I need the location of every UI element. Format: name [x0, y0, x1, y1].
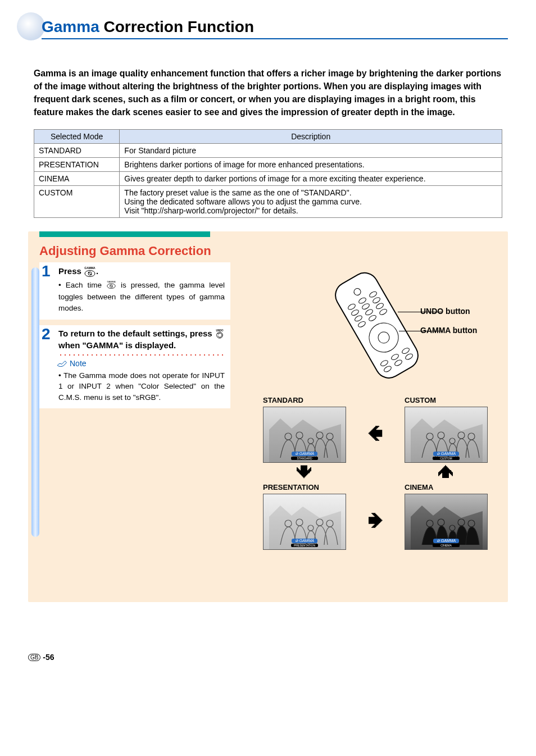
instruction-panel: Adjusting Gamma Correction 1 Press GAMMA… [28, 231, 508, 602]
osd-gamma-tag: ⊘ GAMMASTANDARD [264, 452, 346, 460]
mode-desc: Gives greater depth to darker portions o… [120, 171, 502, 185]
osd-gamma-tag: ⊘ GAMMAPRESENTATION [264, 539, 346, 547]
gamma-button-icon: GAMMA [106, 280, 116, 292]
mode-name: CINEMA [34, 171, 120, 185]
mode-sample-custom: CUSTOM ⊘ GAMMACUSTOM [405, 396, 488, 463]
page-title: Gamma Correction Function [28, 17, 508, 36]
page-header: Gamma Correction Function [28, 17, 508, 39]
mode-sample-presentation: PRESENTATION ⊘ GAMMAPRESENTATION [263, 483, 346, 550]
thumbnail-custom: ⊘ GAMMACUSTOM [405, 407, 488, 463]
mode-name: CUSTOM [34, 185, 120, 217]
table-row: CINEMA Gives greater depth to darker por… [34, 171, 502, 185]
step-1: 1 Press GAMMA . • Each time [39, 262, 230, 320]
title-gamma: Gamma [42, 18, 99, 35]
mode-desc: Brightens darker portions of image for m… [120, 157, 502, 171]
side-scroll-track [31, 267, 39, 537]
thumbnail-cinema: ⊘ GAMMACINEMA [405, 494, 488, 550]
sample-label: CINEMA [405, 483, 488, 491]
intro-paragraph: Gamma is an image quality enhancement fu… [28, 67, 508, 119]
step-2-heading: To return to the default settings, press… [58, 329, 225, 350]
note-text: • The Gamma mode does not operate for IN… [58, 370, 225, 403]
note-label: Note [56, 359, 87, 368]
svg-text:GAMMA: GAMMA [84, 266, 96, 270]
step-number: 2 [42, 325, 51, 343]
mode-name: STANDARD [34, 143, 120, 157]
mode-sample-standard: STANDARD ⊘ GAMMASTANDARD [263, 396, 346, 463]
mode-desc: For Standard picture [120, 143, 502, 157]
remote-illustration: UNDO button GAMMA button [252, 267, 499, 379]
step-1-heading: Press GAMMA . [58, 266, 225, 279]
region-badge: GB [28, 654, 40, 661]
mode-sample-cinema: CINEMA ⊘ GAMMACINEMA [405, 483, 488, 550]
table-row: CUSTOM The factory preset value is the s… [34, 185, 502, 217]
callout-undo: UNDO button [420, 307, 470, 316]
gamma-button-icon: GAMMA [84, 266, 96, 279]
teal-divider [39, 231, 210, 237]
callout-gamma: GAMMA button [420, 326, 477, 335]
svg-text:GAMMA: GAMMA [107, 280, 115, 283]
mode-name: PRESENTATION [34, 157, 120, 171]
section-title: Adjusting Gamma Correction [39, 244, 503, 258]
illustration-column: UNDO button GAMMA button STANDARD ⊘ GAMM… [252, 262, 499, 550]
sample-label: CUSTOM [405, 396, 488, 404]
arrow-up-icon: 🢁 [405, 463, 488, 483]
step-number: 1 [42, 262, 51, 280]
gamma-modes-table: Selected Mode Description STANDARD For S… [34, 129, 502, 218]
steps-column: 1 Press GAMMA . • Each time [39, 262, 230, 414]
thumbnail-standard: ⊘ GAMMASTANDARD [263, 407, 346, 463]
osd-gamma-tag: ⊘ GAMMACINEMA [405, 539, 487, 547]
svg-text:UNDO: UNDO [216, 329, 224, 331]
note-divider [58, 353, 225, 357]
table-head-desc: Description [120, 129, 502, 143]
osd-gamma-tag: ⊘ GAMMACUSTOM [405, 452, 487, 460]
remote-svg [314, 267, 437, 379]
svg-rect-10 [330, 268, 423, 379]
note-pencil-icon [56, 359, 67, 368]
arrow-down-icon: 🢃 [263, 463, 346, 483]
arrow-right-icon: 🢂 [367, 483, 383, 530]
title-rest: Correction Function [99, 18, 254, 35]
sample-label: STANDARD [263, 396, 346, 404]
sample-label: PRESENTATION [263, 483, 346, 491]
page-footer: GB -56 [0, 636, 536, 662]
thumbnail-presentation: ⊘ GAMMAPRESENTATION [263, 494, 346, 550]
table-row: STANDARD For Standard picture [34, 143, 502, 157]
undo-button-icon: UNDO [215, 329, 225, 340]
arrow-left-icon: 🢀 [367, 396, 383, 443]
page-number: -56 [43, 653, 54, 662]
table-row: PRESENTATION Brightens darker portions o… [34, 157, 502, 171]
step-1-body: • Each time GAMMA is pressed, the gamma … [58, 280, 225, 314]
gamma-mode-samples: STANDARD ⊘ GAMMASTANDARD 🢀 CUSTOM ⊘ GAMM… [263, 396, 488, 550]
mode-desc: The factory preset value is the same as … [120, 185, 502, 217]
header-underline [42, 38, 508, 39]
step-2: 2 To return to the default settings, pre… [39, 325, 230, 409]
table-head-mode: Selected Mode [34, 129, 120, 143]
